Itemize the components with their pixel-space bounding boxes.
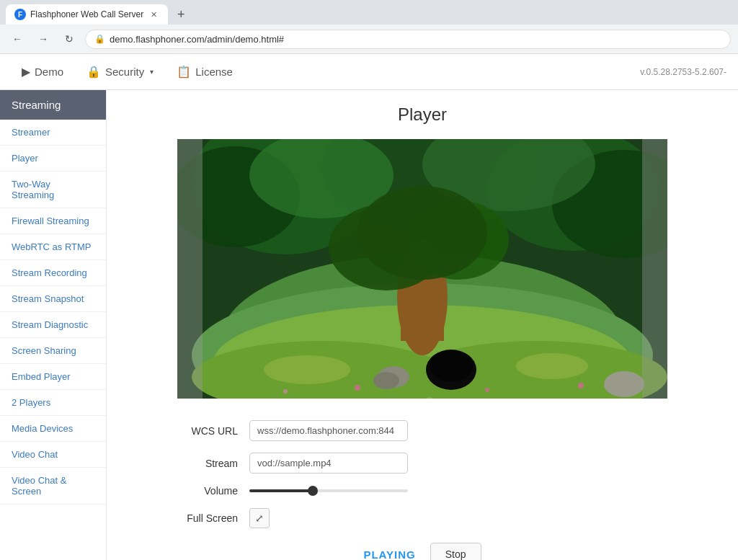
tab-close-button[interactable]: ✕ <box>148 9 159 20</box>
svg-point-19 <box>430 350 473 382</box>
svg-point-17 <box>357 186 487 280</box>
version-text: v.0.5.28.2753-5.2.607- <box>640 67 726 77</box>
fullscreen-label: Full Screen <box>163 512 249 524</box>
fullscreen-button[interactable]: ⤢ <box>249 508 270 528</box>
wcs-url-input[interactable] <box>249 420 408 441</box>
sidebar: Streaming Streamer Player Two-Way Stream… <box>0 90 107 560</box>
sidebar-item-two-way-streaming[interactable]: Two-Way Streaming <box>0 172 106 208</box>
nav-security-label: Security <box>105 66 144 78</box>
url-box[interactable]: 🔒 demo.flashphoner.com/admin/demo.html# <box>85 30 731 49</box>
fullscreen-icon: ⤢ <box>255 512 264 524</box>
volume-label: Volume <box>163 485 249 497</box>
back-button[interactable]: ← <box>7 29 27 49</box>
security-dropdown-icon: ▾ <box>150 68 154 76</box>
volume-slider-container <box>249 489 408 492</box>
sidebar-item-video-chat-screen[interactable]: Video Chat & Screen <box>0 468 106 505</box>
volume-slider-thumb[interactable] <box>308 486 318 496</box>
tab-bar: F Flashphoner Web Call Server ✕ + <box>0 0 738 25</box>
sidebar-item-embed-player[interactable]: Embed Player <box>0 364 106 390</box>
sidebar-item-video-chat[interactable]: Video Chat <box>0 442 106 468</box>
tab-favicon: F <box>14 9 26 20</box>
playing-button[interactable]: PLAYING <box>363 548 415 561</box>
sidebar-item-player[interactable]: Player <box>0 146 106 172</box>
sidebar-item-webrtc-as-rtmp[interactable]: WebRTC as RTMP <box>0 234 106 260</box>
video-player <box>177 139 667 399</box>
sidebar-section-label: Streaming <box>12 99 61 111</box>
svg-point-27 <box>283 389 288 394</box>
license-icon: 📋 <box>177 65 191 79</box>
sidebar-item-stream-diagnostic[interactable]: Stream Diagnostic <box>0 312 106 338</box>
browser-chrome: F Flashphoner Web Call Server ✕ + ← → ↻ … <box>0 0 738 54</box>
browser-tab[interactable]: F Flashphoner Web Call Server ✕ <box>6 4 168 25</box>
fullscreen-row: Full Screen ⤢ <box>163 508 682 528</box>
action-row: PLAYING Stop <box>163 543 682 560</box>
form-area: WCS URL Stream Volume Full Screen <box>163 420 682 560</box>
video-content <box>177 139 667 399</box>
nav-demo[interactable]: ▶ Demo <box>12 59 74 84</box>
stop-button[interactable]: Stop <box>430 543 481 560</box>
nav-security[interactable]: 🔒 Security ▾ <box>76 59 164 84</box>
svg-point-22 <box>604 371 644 397</box>
video-scene <box>177 139 667 399</box>
svg-point-26 <box>485 388 489 392</box>
main-layout: Streaming Streamer Player Two-Way Stream… <box>0 90 738 560</box>
address-bar: ← → ↻ 🔒 demo.flashphoner.com/admin/demo.… <box>0 25 738 53</box>
security-icon: 🔒 <box>86 65 101 79</box>
demo-icon: ▶ <box>22 65 30 79</box>
sidebar-item-2-players[interactable]: 2 Players <box>0 390 106 416</box>
sidebar-item-screen-sharing[interactable]: Screen Sharing <box>0 338 106 364</box>
svg-point-21 <box>373 372 399 389</box>
app-nav: ▶ Demo 🔒 Security ▾ 📋 License v.0.5.28.2… <box>0 54 738 90</box>
page-title: Player <box>128 105 716 125</box>
wcs-url-label: WCS URL <box>163 425 249 437</box>
sidebar-item-streamer[interactable]: Streamer <box>0 120 106 146</box>
wcs-url-row: WCS URL <box>163 420 682 441</box>
sidebar-item-stream-recording[interactable]: Stream Recording <box>0 260 106 286</box>
sidebar-section-streaming: Streaming <box>0 90 106 120</box>
sidebar-item-stream-snapshot[interactable]: Stream Snapshot <box>0 286 106 312</box>
svg-point-23 <box>264 355 350 384</box>
svg-point-25 <box>355 385 360 391</box>
stream-input[interactable] <box>249 453 408 474</box>
url-text: demo.flashphoner.com/admin/demo.html# <box>110 34 284 45</box>
forward-button[interactable]: → <box>33 29 53 49</box>
sidebar-item-firewall-streaming[interactable]: Firewall Streaming <box>0 208 106 234</box>
reload-button[interactable]: ↻ <box>59 29 79 49</box>
nav-license[interactable]: 📋 License <box>166 59 243 84</box>
svg-rect-29 <box>177 139 203 399</box>
sidebar-item-media-devices[interactable]: Media Devices <box>0 416 106 442</box>
lock-icon: 🔒 <box>94 34 105 44</box>
new-tab-button[interactable]: + <box>171 4 191 25</box>
svg-point-24 <box>516 353 588 379</box>
volume-row: Volume <box>163 485 682 497</box>
volume-slider-track[interactable] <box>249 489 408 492</box>
nav-license-label: License <box>195 66 233 78</box>
stream-label: Stream <box>163 458 249 469</box>
svg-point-28 <box>578 383 584 388</box>
svg-rect-30 <box>642 139 667 399</box>
nav-demo-label: Demo <box>35 66 63 78</box>
tab-title: Flashphoner Web Call Server <box>30 9 143 19</box>
stream-row: Stream <box>163 453 682 474</box>
content-area: Player <box>107 90 738 560</box>
volume-slider-fill <box>249 489 313 492</box>
